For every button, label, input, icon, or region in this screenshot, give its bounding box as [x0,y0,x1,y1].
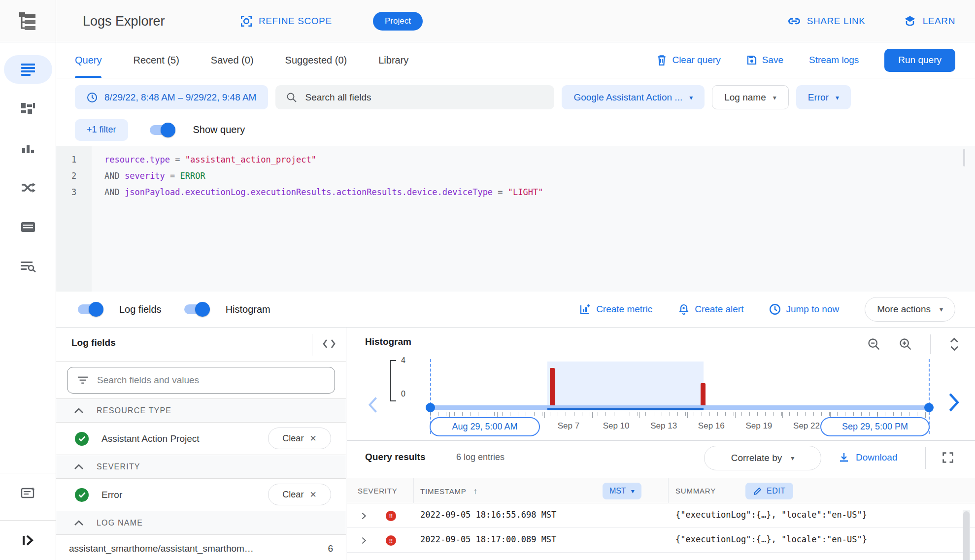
histogram-chart[interactable]: 4 0 Aug 29, 5:00 AM Sep 29, 5:00 PM Sep … [347,357,975,440]
severity-item[interactable]: Error Clear ✕ [56,479,346,511]
create-metric-button[interactable]: Create metric [579,303,652,315]
histogram-bar[interactable] [701,383,706,405]
query-editor[interactable]: 1resource.type = "assistant_action_proje… [56,146,975,292]
more-filters-chip[interactable]: +1 filter [75,119,128,141]
nav-log-dashboard[interactable] [4,95,52,123]
save-button[interactable]: Save [746,55,783,66]
query-code: 1resource.type = "assistant_action_proje… [56,152,975,200]
tab-recent[interactable]: Recent (5) [133,42,179,78]
run-query-button[interactable]: Run query [884,49,955,72]
learn-icon [903,14,917,28]
log-name-count: 6 [328,543,333,554]
column-timestamp[interactable]: TIMESTAMP↑ [420,487,478,496]
save-icon [746,55,757,66]
y-axis-min-label: 0 [401,390,405,398]
create-metric-icon [579,303,591,315]
link-icon [787,14,801,28]
create-alert-icon [678,303,690,315]
correlate-by-button[interactable]: Correlate by ▾ [704,446,821,470]
create-alert-button[interactable]: Create alert [678,303,743,315]
tab-suggested[interactable]: Suggested (0) [285,42,347,78]
slider-handle-start[interactable] [426,403,435,412]
refine-scope-label: REFINE SCOPE [259,16,332,27]
project-scope-badge[interactable]: Project [373,12,423,31]
scrollbar-thumb[interactable] [963,511,970,560]
nav-logs-storage[interactable] [4,213,52,241]
more-actions-button[interactable]: More actions ▾ [865,297,955,322]
collapse-panel-button[interactable] [4,526,52,555]
histogram-pan-right-button[interactable] [947,393,960,412]
results-scrollbar[interactable] [963,510,970,560]
table-row[interactable]: !!2022-09-05 18:19:31.521 MST{"execution… [347,553,975,560]
edit-summary-button[interactable]: EDIT [745,483,793,499]
query-results-title: Query results [365,452,426,462]
nav-logs-metrics[interactable] [4,135,52,164]
log-fields-search-input[interactable] [97,375,325,386]
section-resource-type[interactable]: RESOURCE TYPE [56,398,346,423]
tab-saved[interactable]: Saved (0) [211,42,254,78]
collapse-histogram-button[interactable] [948,337,960,352]
divider [347,440,975,441]
log-name-filter-chip[interactable]: Log name ▾ [712,85,789,109]
editor-scrollbar[interactable] [963,149,965,166]
section-severity[interactable]: SEVERITY [56,455,346,479]
nav-logs-explorer[interactable] [4,55,52,84]
table-row[interactable]: !!2022-09-05 18:16:55.698 MST{"execution… [347,503,975,528]
show-query-toggle[interactable] [150,125,174,135]
clear-query-button[interactable]: Clear query [656,54,720,66]
expand-row-icon[interactable] [360,537,368,544]
range-start-chip[interactable]: Aug 29, 5:00 AM [430,417,540,436]
project-badge-label: Project [385,16,411,26]
time-range-chip[interactable]: 8/29/22, 8:48 AM – 9/29/22, 9:48 AM [75,85,268,109]
download-button[interactable]: Download [838,452,898,463]
timezone-selector[interactable]: MST ▾ [603,483,641,499]
expand-panel-icon [22,535,34,546]
histogram-toggle[interactable] [184,304,209,314]
histogram-pan-left-button[interactable] [368,396,378,413]
resource-type-item[interactable]: Assistant Action Project Clear ✕ [56,423,346,455]
section-log-name[interactable]: LOG NAME [56,511,346,535]
histogram-selection-region[interactable] [547,362,704,405]
nav-log-router[interactable] [4,173,52,202]
search-all-fields-input[interactable]: Search all fields [275,85,554,109]
fullscreen-button[interactable] [941,451,955,464]
query-tabbar: Query Recent (5) Saved (0) Suggested (0)… [56,42,975,78]
expand-row-icon[interactable] [360,512,368,520]
learn-button[interactable]: LEARN [903,14,955,28]
correlate-by-label: Correlate by [731,453,782,463]
histogram-bar[interactable] [550,368,555,405]
view-as-code-button[interactable] [322,338,336,349]
tab-library[interactable]: Library [378,42,408,78]
nav-log-analytics[interactable] [4,252,52,281]
show-query-label: Show query [193,124,245,135]
query-line[interactable]: 2AND severity = ERROR [56,168,975,184]
table-row[interactable]: !!2022-09-05 18:17:00.089 MST{"execution… [347,528,975,553]
jump-to-now-button[interactable]: Jump to now [769,303,839,315]
query-line[interactable]: 1resource.type = "assistant_action_proje… [56,152,975,168]
section-heading: LOG NAME [97,519,143,527]
line-number: 3 [56,184,92,200]
zoom-out-button[interactable] [867,337,881,351]
nav-release-notes[interactable] [4,479,52,507]
query-line[interactable]: 3AND jsonPayload.executionLog.executionR… [56,184,975,200]
view-options-bar: Log fields Histogram Create metric [56,292,975,328]
range-end-chip[interactable]: Sep 29, 5:00 PM [820,417,930,436]
zoom-in-button[interactable] [899,337,912,351]
log-fields-search[interactable] [67,367,335,394]
clear-severity-button[interactable]: Clear ✕ [268,484,331,505]
refine-scope-button[interactable]: REFINE SCOPE [240,0,332,42]
column-severity: SEVERITY [358,487,398,495]
log-fields-toggle[interactable] [78,304,102,314]
severity-filter-chip[interactable]: Error ▾ [796,85,851,109]
log-name-item[interactable]: assistant_smarthome/assistant_smarthom… … [69,543,333,554]
resource-filter-chip[interactable]: Google Assistant Action ... ▾ [562,85,705,109]
share-link-button[interactable]: SHARE LINK [787,14,866,28]
check-circle-icon [75,432,89,446]
slider-handle-end[interactable] [924,403,934,412]
clear-resource-type-button[interactable]: Clear ✕ [268,428,331,449]
log-entries-count: 6 log entries [456,452,504,462]
tab-query[interactable]: Query [75,42,101,78]
timestamp-label: TIMESTAMP [420,487,467,495]
stream-logs-button[interactable]: Stream logs [809,55,859,66]
pencil-icon [753,487,762,495]
